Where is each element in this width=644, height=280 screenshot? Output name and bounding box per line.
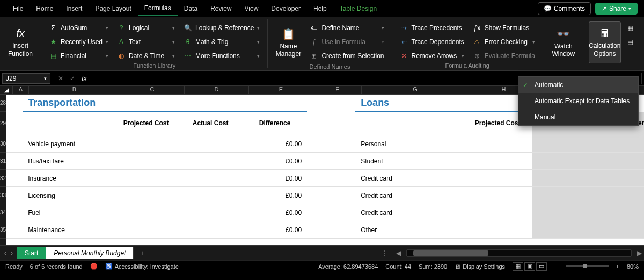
row-35[interactable]: 35 (0, 221, 6, 239)
define-name-button[interactable]: 🏷Define Name▾ (306, 21, 387, 34)
table-row[interactable]: Credit card (355, 187, 463, 204)
sheet-menu[interactable]: ⋮ (375, 249, 394, 257)
table-row[interactable]: Student (355, 153, 463, 170)
add-sheet-button[interactable]: + (134, 247, 150, 259)
row-33[interactable]: 33 (0, 187, 6, 204)
calc-now-button[interactable]: ▦ (623, 21, 638, 34)
difference-cell[interactable]: £0.00 (243, 170, 307, 187)
calc-manual[interactable]: Manual (518, 109, 638, 125)
table-row[interactable]: Licensing (23, 187, 114, 204)
calc-now-icon: ▦ (626, 24, 635, 32)
date-time-button[interactable]: ◐Date & Time▾ (114, 49, 178, 62)
menu-view[interactable]: View (238, 2, 265, 16)
recently-used-button[interactable]: ★Recently Used▾ (46, 35, 112, 48)
difference-cell[interactable]: £0.00 (243, 135, 307, 153)
difference-cell[interactable]: £0.00 (602, 221, 644, 239)
table-row[interactable]: Credit card (355, 170, 463, 187)
table-row[interactable]: Personal (355, 135, 463, 153)
row-32[interactable]: 32 (0, 170, 6, 187)
logical-button[interactable]: ?Logical▾ (114, 21, 178, 34)
menu-page-layout[interactable]: Page Layout (89, 2, 137, 16)
view-normal[interactable]: ▦ (513, 262, 523, 271)
sheet-next[interactable]: › (11, 249, 13, 257)
table-row[interactable]: Maintenance (23, 221, 114, 239)
sheet-prev[interactable]: ‹ (4, 249, 6, 257)
financial-button[interactable]: ▤Financial▾ (46, 49, 112, 62)
table-row[interactable]: Bus/taxi fare (23, 153, 114, 170)
math-trig-button[interactable]: θMath & Trig▾ (180, 35, 263, 48)
display-settings-button[interactable]: 🖥Display Settings (455, 263, 505, 270)
menu-help[interactable]: Help (307, 2, 333, 16)
hscroll-left[interactable]: ◀ (394, 249, 403, 257)
difference-cell[interactable]: £0.00 (243, 187, 307, 204)
col-a[interactable]: A (13, 86, 29, 94)
table-row[interactable]: Vehicle payment (23, 135, 114, 153)
difference-cell[interactable]: £0.00 (602, 153, 644, 170)
col-c[interactable]: C (120, 86, 185, 94)
share-button[interactable]: ↗Share▾ (595, 3, 638, 15)
more-functions-button[interactable]: ⋯More Functions▾ (180, 49, 263, 62)
error-checking-button[interactable]: ⚠Error Checking▾ (470, 35, 538, 48)
status-sum: Sum: 2390 (419, 263, 447, 270)
table-row[interactable]: Other (355, 221, 463, 239)
table-row[interactable]: Insurance (23, 170, 114, 187)
calc-except-tables[interactable]: Automatic Except for Data Tables (518, 93, 638, 109)
comments-button[interactable]: 💬Comments (538, 2, 591, 15)
row-28[interactable]: 28 (0, 95, 6, 112)
calculation-options-button[interactable]: 🖩 Calculation Options (589, 21, 621, 63)
difference-cell[interactable]: £0.00 (602, 187, 644, 204)
difference-cell[interactable]: £0.00 (243, 204, 307, 221)
table-row[interactable]: Fuel (23, 204, 114, 221)
difference-cell[interactable]: £0.00 (602, 204, 644, 221)
trace-dependents-button[interactable]: ⇠Trace Dependents (397, 35, 467, 48)
zoom-in[interactable]: + (616, 263, 619, 270)
menu-data[interactable]: Data (178, 2, 204, 16)
watch-window-button[interactable]: 👓 Watch Window (547, 21, 580, 63)
view-page-break[interactable]: ▭ (536, 262, 547, 271)
menu-table-design[interactable]: Table Design (333, 2, 383, 16)
show-formulas-button[interactable]: ƒxShow Formulas (470, 21, 538, 34)
remove-arrows-button[interactable]: ✕Remove Arrows▾ (397, 49, 467, 62)
difference-cell[interactable]: £0.00 (602, 170, 644, 187)
menu-file[interactable]: File (6, 2, 30, 16)
autosum-button[interactable]: ΣAutoSum▾ (46, 21, 112, 34)
row-29[interactable]: 29 (0, 112, 6, 135)
status-accessibility[interactable]: ♿Accessibility: Investigate (105, 263, 179, 270)
sheet-tab-budget[interactable]: Personal Monthly Budget (46, 247, 134, 259)
difference-cell[interactable]: £0.00 (243, 153, 307, 170)
insert-function-button[interactable]: fx Insert Function (4, 21, 36, 63)
row-31[interactable]: 31 (0, 153, 6, 170)
trace-precedents-button[interactable]: ⇢Trace Precedents (397, 21, 467, 34)
view-page-layout[interactable]: ▣ (524, 262, 535, 271)
row-34[interactable]: 34 (0, 204, 6, 221)
col-d[interactable]: D (185, 86, 249, 94)
zoom-slider[interactable] (566, 265, 609, 267)
text-button[interactable]: AText▾ (114, 35, 178, 48)
col-e[interactable]: E (249, 86, 313, 94)
calc-automatic[interactable]: ✓ Automatic (518, 77, 638, 93)
menu-formulas[interactable]: Formulas (138, 1, 178, 16)
menu-home[interactable]: Home (30, 2, 60, 16)
select-all-triangle[interactable]: ◢ (0, 86, 13, 94)
calc-sheet-button[interactable]: ▤ (623, 35, 638, 48)
name-manager-button[interactable]: 📋 Name Manager (272, 21, 304, 63)
table-row[interactable]: Credit card (355, 204, 463, 221)
sheet-tab-start[interactable]: Start (17, 247, 46, 259)
create-from-selection-button[interactable]: ⊞Create from Selection (306, 49, 387, 62)
col-g[interactable]: G (362, 86, 469, 94)
menu-review[interactable]: Review (204, 2, 238, 16)
zoom-level[interactable]: 80% (627, 263, 639, 270)
horizontal-scrollbar[interactable] (406, 249, 632, 257)
difference-cell[interactable]: £0.00 (602, 135, 644, 153)
menu-developer[interactable]: Developer (265, 2, 307, 16)
col-b[interactable]: B (29, 86, 120, 94)
row-30[interactable]: 30 (0, 135, 6, 153)
difference-cell[interactable]: £0.00 (243, 221, 307, 239)
hscroll-right[interactable]: ▶ (635, 249, 644, 257)
menu-insert[interactable]: Insert (60, 2, 89, 16)
fx-button[interactable]: fx (79, 73, 90, 84)
col-f[interactable]: F (313, 86, 362, 94)
name-box[interactable]: J29▾ (2, 73, 50, 84)
lookup-reference-button[interactable]: 🔍Lookup & Reference▾ (180, 21, 263, 34)
zoom-out[interactable]: − (554, 263, 558, 270)
